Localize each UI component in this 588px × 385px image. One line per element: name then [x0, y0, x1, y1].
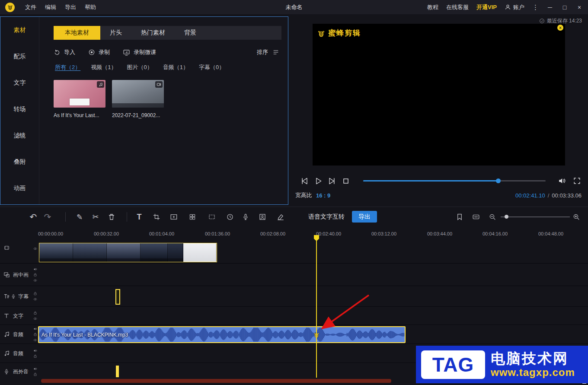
zoom-out-icon[interactable]	[489, 213, 496, 220]
lock-icon[interactable]	[33, 311, 37, 315]
lock-icon[interactable]	[33, 354, 37, 358]
material-filters: 所有（2） 视频（1） 图片（0） 音频（1） 字幕（0）	[55, 64, 224, 71]
ink-brush-icon[interactable]	[277, 213, 284, 221]
lock-icon[interactable]	[33, 273, 37, 277]
eye-icon[interactable]	[33, 338, 37, 342]
speech-text-convert-button[interactable]: 语音文字互转	[308, 213, 345, 221]
menu-edit[interactable]: 编辑	[45, 3, 56, 11]
play-button[interactable]	[314, 177, 323, 185]
import-button[interactable]: 导入	[54, 48, 75, 56]
undo-icon[interactable]: ↶	[30, 213, 37, 221]
marker-tag-icon[interactable]	[456, 213, 463, 220]
menu-help[interactable]: 帮助	[85, 3, 96, 11]
lock-icon[interactable]	[33, 372, 37, 376]
fit-timeline-icon[interactable]	[472, 213, 480, 221]
add-frame-icon[interactable]	[170, 213, 178, 221]
vip-button[interactable]: 开通VIP	[476, 3, 497, 11]
watermark-close-button[interactable]: ×	[557, 25, 563, 31]
tab-hot-material[interactable]: 热门素材	[131, 26, 175, 40]
timeline-ruler[interactable]: 00:00:00.00 00:00:32.00 00:01:04.00 00:0…	[0, 228, 588, 241]
menu-file[interactable]: 文件	[25, 3, 36, 11]
ruler-label: 00:02:08.00	[260, 231, 285, 236]
sidebar-item-transition[interactable]: 转场	[0, 96, 39, 122]
zoom-in-icon[interactable]	[573, 213, 580, 220]
lock-icon[interactable]	[33, 332, 37, 336]
zoom-knob[interactable]	[505, 215, 508, 219]
audio-thumbnail[interactable]	[54, 80, 105, 108]
redo-icon[interactable]: ↷	[44, 213, 51, 221]
record-icon	[88, 49, 95, 56]
filter-audio[interactable]: 音频（1）	[163, 64, 189, 71]
record-lesson-button[interactable]: 录制微课	[123, 48, 156, 56]
menu-export[interactable]: 导出	[65, 3, 76, 11]
record-button[interactable]: 录制	[88, 48, 110, 56]
text-tool-icon[interactable]: T	[137, 213, 142, 221]
split-bee-marker-icon[interactable]	[313, 331, 320, 338]
audio-clip-selected[interactable]: As If It's Your Last - BLACKPINK.mp3	[38, 326, 406, 343]
sidebar-item-text[interactable]: 文字	[0, 70, 39, 96]
delete-trash-icon[interactable]	[108, 213, 115, 221]
speaker-icon[interactable]	[33, 267, 37, 271]
sidebar-item-filter[interactable]: 滤镜	[0, 122, 39, 149]
fullscreen-icon[interactable]	[573, 177, 581, 185]
check-circle-icon	[539, 18, 545, 24]
sort-button[interactable]: 排序	[257, 48, 279, 56]
portrait-cutout-icon[interactable]	[259, 213, 266, 221]
aspect-ratio-value[interactable]: 16 : 9	[316, 192, 330, 199]
speaker-icon[interactable]	[33, 349, 37, 353]
eye-icon[interactable]	[33, 317, 37, 321]
tab-local-material[interactable]: 本地素材	[54, 26, 100, 40]
support-link[interactable]: 在线客服	[446, 3, 469, 11]
sidebar-item-animation[interactable]: 动画	[0, 175, 39, 201]
eye-icon[interactable]	[33, 247, 37, 251]
playback-progress-slider[interactable]	[363, 180, 546, 181]
sidebar-item-music[interactable]: 配乐	[0, 43, 39, 70]
track-mini-controls	[33, 367, 37, 376]
filter-image[interactable]: 图片（0）	[127, 64, 152, 71]
video-thumbnail[interactable]	[112, 80, 164, 108]
track-label: 字幕	[18, 293, 29, 300]
lock-icon[interactable]	[33, 292, 37, 296]
split-scissors-icon[interactable]: ✂	[92, 213, 99, 221]
eye-icon[interactable]	[33, 297, 37, 301]
sidebar-item-overlay[interactable]: 叠附	[0, 149, 39, 175]
eye-icon[interactable]	[33, 278, 37, 282]
export-button[interactable]: 导出	[352, 211, 377, 223]
material-item-video[interactable]: 2022-07-21_09002...	[112, 80, 164, 118]
minimize-button[interactable]: ─	[546, 4, 553, 11]
track-mini-controls	[33, 327, 37, 342]
video-clip[interactable]	[39, 243, 217, 262]
timeline-zoom-slider[interactable]	[501, 216, 570, 217]
speaker-icon[interactable]	[33, 367, 37, 371]
material-item-audio[interactable]: As If It's Your Last...	[54, 80, 105, 118]
account-button[interactable]: 账户	[505, 3, 524, 11]
previous-frame-button[interactable]	[300, 177, 309, 185]
progress-knob[interactable]	[496, 178, 501, 183]
stop-button[interactable]	[342, 177, 350, 185]
filter-all[interactable]: 所有（2）	[55, 64, 80, 71]
crop-icon[interactable]	[153, 213, 160, 220]
edit-pencil-icon[interactable]: ✎	[77, 213, 83, 220]
more-menu-icon[interactable]: ⋮	[532, 3, 539, 11]
voiceover-mic-icon[interactable]	[242, 213, 249, 220]
duration-clock-icon[interactable]	[227, 213, 234, 220]
close-button[interactable]: ×	[576, 4, 583, 11]
volume-icon[interactable]	[558, 177, 566, 185]
tab-intro[interactable]: 片头	[100, 26, 131, 40]
subtitle-clip[interactable]	[115, 289, 120, 305]
import-label: 导入	[64, 48, 75, 56]
tutorial-link[interactable]: 教程	[427, 3, 438, 11]
app-logo-bee-icon	[5, 3, 15, 12]
filter-video[interactable]: 视频（1）	[91, 64, 116, 71]
speaker-icon[interactable]	[33, 327, 37, 331]
mosaic-icon[interactable]	[189, 213, 196, 220]
next-frame-button[interactable]	[327, 177, 336, 185]
filter-subtitle[interactable]: 字幕（0）	[199, 64, 224, 71]
maximize-button[interactable]: □	[561, 4, 568, 11]
selection-marquee-icon[interactable]	[208, 213, 216, 221]
tab-background[interactable]: 背景	[175, 26, 206, 40]
ruler-label: 00:02:40.00	[316, 231, 341, 236]
voiceover-clip[interactable]	[116, 366, 119, 377]
sidebar-item-material[interactable]: 素材	[0, 17, 39, 43]
timeline-horizontal-scrollbar[interactable]	[41, 379, 391, 383]
